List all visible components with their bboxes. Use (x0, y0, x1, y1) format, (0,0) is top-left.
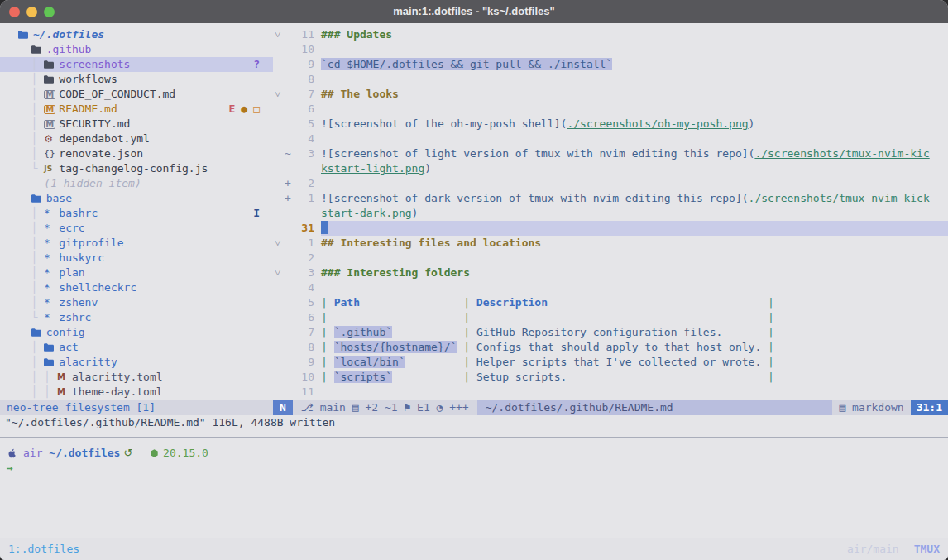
editor-line[interactable]: 8 (273, 72, 948, 87)
line-number: 5 (294, 295, 314, 310)
git-sign (285, 57, 294, 72)
editor-line-current[interactable]: 31 (273, 221, 948, 236)
editor-line[interactable]: +2 (273, 176, 948, 191)
tmux-window-tab[interactable]: 1:.dotfiles (8, 542, 79, 557)
editor-line[interactable]: 6 (273, 102, 948, 117)
tree-item-zshenv[interactable]: │ *zshenv (0, 295, 273, 310)
tree-item-workflows[interactable]: │ workflows (0, 72, 273, 87)
tree-item-security.md[interactable]: │ MSECURITY.md (0, 117, 273, 132)
editor-line[interactable]: 9`cd $HOME/.dotfiles && git pull && ./in… (273, 57, 948, 72)
tree-item-shellcheckrc[interactable]: │ *shellcheckrc (0, 280, 273, 295)
editor-line[interactable]: 5| Path | Description | (273, 295, 948, 310)
editor-line[interactable]: 4 (273, 280, 948, 295)
tree-item-code-of-conduct.md[interactable]: │ MCODE_OF_CONDUCT.md (0, 87, 273, 102)
tree-item-tag-changelog-config.js[interactable]: └ JStag-changelog-config.js (0, 161, 273, 176)
statusline-extra: ◔ +++ (437, 401, 469, 414)
editor-line[interactable]: 10| `scripts` | Setup scripts. | (273, 370, 948, 385)
tree-item-label: zshenv (59, 295, 98, 310)
git-diff-stats: ▤ +2 ~1 (352, 401, 398, 414)
tree-item-zshrc[interactable]: └ *zshrc (0, 310, 273, 325)
fold-marker (275, 176, 285, 191)
indent-guide: │ (18, 102, 44, 117)
tree-item-act[interactable]: │ act (0, 340, 273, 355)
gutter-gap (314, 340, 321, 355)
line-text (321, 385, 948, 400)
tree-item-bashrc[interactable]: │ *bashrcI (0, 206, 273, 221)
tree-item-config[interactable]: config (0, 325, 273, 340)
tree-item-huskyrc[interactable]: │ *huskyrc (0, 251, 273, 266)
mdfile-icon: M (44, 105, 55, 114)
editor-line[interactable]: ˅7## The looks (273, 87, 948, 102)
fold-marker[interactable]: ˅ (275, 27, 285, 42)
line-text: ## Interesting files and locations (321, 236, 948, 251)
line-text: `cd $HOME/.dotfiles && git pull && ./ins… (321, 57, 948, 72)
tree-item-gitprofile[interactable]: │ *gitprofile (0, 236, 273, 251)
editor-line[interactable]: start-dark.png) (273, 206, 948, 221)
editor-line[interactable]: 6| ------------------- | ---------------… (273, 310, 948, 325)
indent-guide (18, 42, 31, 57)
git-status-icon: ↺ (120, 446, 132, 461)
editor-line[interactable]: ˅1## Interesting files and locations (273, 236, 948, 251)
text-segment-link[interactable]: kstart-light.png (321, 162, 424, 175)
tree-item-alacritty[interactable]: │ alacritty (0, 355, 273, 370)
editor-line[interactable]: ˅11### Updates (273, 27, 948, 42)
git-sign (285, 280, 294, 295)
tree-item-label: (1 hidden item) (44, 176, 141, 191)
tree-item-ecrc[interactable]: │ *ecrc (0, 221, 273, 236)
git-sign: ~ (285, 146, 294, 161)
text-segment-link[interactable]: start-dark.png (321, 207, 412, 219)
text-segment-link[interactable]: ./screenshots/oh-my-posh.png (567, 117, 748, 130)
indent-guide: │ │ (18, 385, 57, 400)
star-icon: * (44, 295, 55, 310)
tree-item-label: act (59, 340, 78, 355)
line-number: 6 (294, 310, 314, 325)
tree-item-.github[interactable]: .github (0, 42, 273, 57)
indent-guide: │ (18, 266, 44, 280)
tree-item-base[interactable]: base (0, 191, 273, 206)
editor-line[interactable]: 7| `.github` | GitHub Repository configu… (273, 325, 948, 340)
editor-line[interactable]: 11 (273, 385, 948, 400)
editor-buffer[interactable]: ˅11### Updates109`cd $HOME/.dotfiles && … (273, 23, 948, 400)
tree-item--.dotfiles[interactable]: ~/.dotfiles (0, 27, 273, 42)
tmux-mode-label: TMUX (914, 542, 940, 557)
editor-line[interactable]: ~3![screenshot of light version of tmux … (273, 146, 948, 161)
fold-marker (275, 132, 285, 146)
fold-marker[interactable]: ˅ (275, 87, 285, 102)
shell-input-line[interactable]: → (7, 461, 948, 476)
tree-item-plan[interactable]: │ *plan (0, 266, 273, 280)
window-title: main:1:.dotfiles - "ks~/.dotfiles" (0, 4, 948, 19)
fold-marker[interactable]: ˅ (275, 236, 285, 251)
fold-marker (275, 57, 285, 72)
tree-item-theme-day.toml[interactable]: │ │ Mtheme-day.toml (0, 385, 273, 400)
text-segment-link[interactable]: ./screenshots/tmux-nvim-kick (749, 192, 930, 204)
editor-line[interactable]: ˅3### Interesting folders (273, 266, 948, 280)
toml-icon: M (57, 370, 69, 385)
tree-item--1-hidden-item-[interactable]: (1 hidden item) (0, 176, 273, 191)
editor-line[interactable]: 10 (273, 42, 948, 57)
editor-line[interactable]: 9| `local/bin` | Helper scripts that I'v… (273, 355, 948, 370)
editor-line[interactable]: 2 (273, 251, 948, 266)
tree-item-alacritty.toml[interactable]: │ │ Malacritty.toml (0, 370, 273, 385)
status-badge: I (253, 206, 260, 221)
line-text (321, 42, 948, 57)
editor-line[interactable]: 4 (273, 132, 948, 146)
tree-item-dependabot.yml[interactable]: │ ⚙dependabot.yml (0, 132, 273, 146)
text-segment-link[interactable]: ./screenshots/tmux-nvim-kic (754, 147, 929, 160)
editor-line[interactable]: +1![screenshot of dark version of tmux w… (273, 191, 948, 206)
tree-item-readme.md[interactable]: │ MREADME.mdE●□ (0, 102, 273, 117)
editor-line[interactable]: 5![screenshot of the oh-my-posh shell](.… (273, 117, 948, 132)
shell-pane[interactable]: air ~/.dotfiles ↺ 20.15.0 → (0, 438, 948, 476)
text-segment-h2: ## The looks (321, 88, 399, 100)
editor-line[interactable]: 8| `hosts/{hostname}/` | Configs that sh… (273, 340, 948, 355)
cursor (321, 221, 328, 234)
fold-marker[interactable]: ˅ (275, 266, 285, 280)
tree-item-screenshots[interactable]: │ screenshots? (0, 57, 273, 72)
tree-item-label: dependabot.yml (59, 132, 150, 146)
git-branch-icon: ⎇ (301, 401, 314, 414)
git-sign (285, 27, 294, 42)
editor-line[interactable]: kstart-light.png) (273, 161, 948, 176)
tree-item-renovate.json[interactable]: │ {}renovate.json (0, 146, 273, 161)
indent-guide: └ (18, 161, 44, 176)
gutter-gap (314, 385, 321, 400)
node-version-segment: 20.15.0 (132, 446, 208, 461)
